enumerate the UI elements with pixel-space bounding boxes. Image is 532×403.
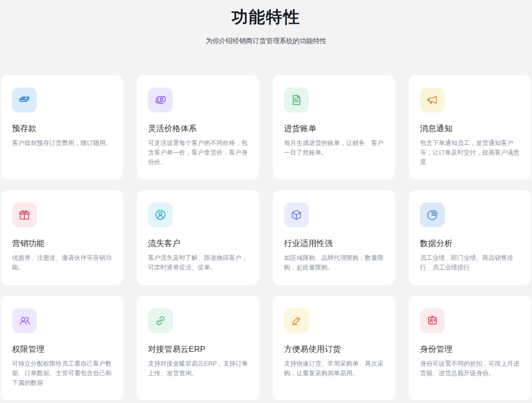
card-title: 行业适用性强 xyxy=(284,238,384,249)
card-title: 数据分析 xyxy=(420,238,520,249)
icon-badge xyxy=(12,88,37,112)
card-description: 可独立分配权限给员工看自己客户数据、订单数据、主管可看包含自己和下属的数据 xyxy=(12,359,112,388)
icon-badge xyxy=(284,202,309,227)
card-description: 支持快速订货、常用采购单、再次采购，让重复采购简单易用。 xyxy=(284,359,384,378)
card-title: 消息通知 xyxy=(420,123,520,134)
page-subtitle: 为你介绍经销商订货管理系统的功能特性 xyxy=(0,37,532,45)
pie-chart-icon xyxy=(425,208,440,222)
icon-badge xyxy=(12,202,37,227)
banknote-icon xyxy=(153,93,168,107)
gift-icon xyxy=(17,208,32,222)
card-title: 预存款 xyxy=(12,123,112,134)
card-description: 支持对接金蝶管易云ERP，支持订单上传、发货查询。 xyxy=(148,359,248,378)
icon-badge xyxy=(420,308,445,333)
megaphone-icon xyxy=(425,93,440,107)
feature-card-erp-integration: 对接管易云ERP 支持对接金蝶管易云ERP，支持订单上传、发货查询。 xyxy=(137,296,259,400)
icon-badge xyxy=(420,202,445,227)
feature-card-marketing: 营销功能 优惠券、注册送、邀请伙伴等营销功能。 xyxy=(1,190,123,285)
feature-grid: 预存款 客户提前预存订货费用，随订随用。 灵活价格体系 可灵活设置每个客户的不同… xyxy=(0,75,532,400)
card-description: 可灵活设置每个客户的不同价格，包含客户单一价，客户拿货价，客户身份价。 xyxy=(148,138,248,167)
card-description: 客户流失及时了解、跟进挽回客户，可定时派券促活、促单。 xyxy=(148,253,248,272)
feature-card-flexible-pricing: 灵活价格体系 可灵活设置每个客户的不同价格，包含客户单一价，客户拿货价，客户身份… xyxy=(137,75,259,179)
user-circle-icon xyxy=(153,208,168,222)
card-description: 员工业绩、部门业绩、商品销售排行、员工业绩排行 xyxy=(420,253,520,272)
document-icon xyxy=(289,93,304,107)
icon-badge xyxy=(148,308,173,333)
card-title: 流失客户 xyxy=(148,238,248,249)
card-description: 身份可设置不同的折扣，可按上月进货额、进货总额升级身份。 xyxy=(420,359,520,378)
users-icon xyxy=(17,313,32,328)
feature-card-notifications: 消息通知 包含下单通知员工，发货通知客户等，让订单及时交付，提高客户满意度 xyxy=(409,75,531,179)
feature-card-data-analysis: 数据分析 员工业绩、部门业绩、商品销售排行、员工业绩排行 xyxy=(409,190,531,285)
card-title: 营销功能 xyxy=(12,238,112,249)
feature-card-easy-ordering: 方便易使用订货 支持快速订货、常用采购单、再次采购，让重复采购简单易用。 xyxy=(273,296,395,400)
card-title: 对接管易云ERP xyxy=(148,344,248,355)
card-description: 包含下单通知员工，发货通知客户等，让订单及时交付，提高客户满意度 xyxy=(420,138,520,167)
feature-card-identity: 身份管理 身份可设置不同的折扣，可按上月进货额、进货总额升级身份。 xyxy=(409,296,531,400)
page-title: 功能特性 xyxy=(0,6,532,27)
feature-card-prestored-funds: 预存款 客户提前预存订货费用，随订随用。 xyxy=(1,75,123,179)
card-title: 权限管理 xyxy=(12,344,112,355)
money-stack-icon xyxy=(17,93,32,107)
icon-badge xyxy=(420,88,445,112)
card-description: 每月生成进货的账单，让财务、客户一目了然账单。 xyxy=(284,138,384,157)
card-title: 方便易使用订货 xyxy=(284,344,384,355)
card-description: 如区域限购、品牌代理限购，数量限购，起批量限购。 xyxy=(284,253,384,272)
feature-card-lost-customers: 流失客户 客户流失及时了解、跟进挽回客户，可定时派券促活、促单。 xyxy=(137,190,259,285)
icon-badge xyxy=(148,88,173,112)
pencil-icon xyxy=(289,313,304,328)
id-badge-icon xyxy=(425,313,440,328)
icon-badge xyxy=(148,202,173,227)
card-title: 灵活价格体系 xyxy=(148,123,248,134)
feature-card-industry-fit: 行业适用性强 如区域限购、品牌代理限购，数量限购，起批量限购。 xyxy=(273,190,395,285)
card-title: 身份管理 xyxy=(420,344,520,355)
card-title: 进货账单 xyxy=(284,123,384,134)
icon-badge xyxy=(284,88,309,112)
link-icon xyxy=(153,313,168,328)
icon-badge xyxy=(12,308,37,333)
card-description: 优惠券、注册送、邀请伙伴等营销功能。 xyxy=(12,253,112,272)
cube-icon xyxy=(289,208,304,222)
feature-card-purchase-bill: 进货账单 每月生成进货的账单，让财务、客户一目了然账单。 xyxy=(273,75,395,179)
icon-badge xyxy=(284,308,309,333)
feature-card-permissions: 权限管理 可独立分配权限给员工看自己客户数据、订单数据、主管可看包含自己和下属的… xyxy=(1,296,123,400)
page-header: 功能特性 为你介绍经销商订货管理系统的功能特性 xyxy=(0,0,532,45)
card-description: 客户提前预存订货费用，随订随用。 xyxy=(12,138,112,148)
